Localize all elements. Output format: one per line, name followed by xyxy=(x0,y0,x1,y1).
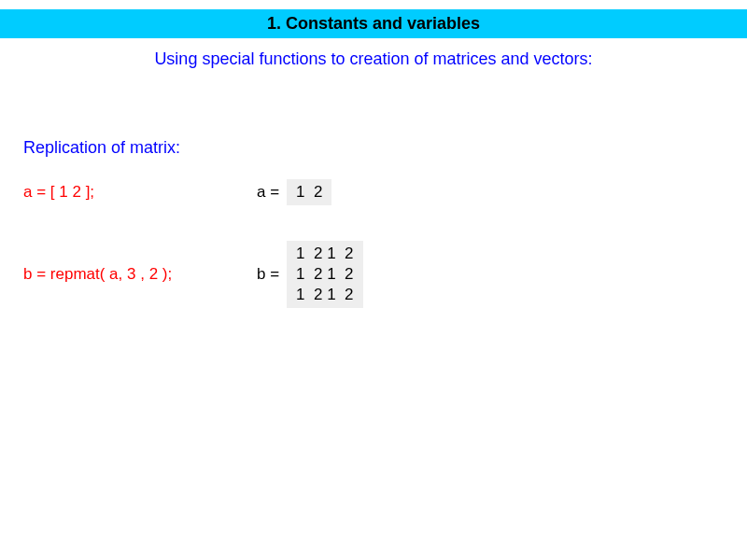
label-a: a = xyxy=(257,183,279,202)
example-row-b: b = repmat( a, 3 , 2 ); b = 1 2 1 2 1 2 … xyxy=(23,241,363,308)
example-row-a: a = [ 1 2 ]; a = 1 2 xyxy=(23,179,331,205)
section-heading: Replication of matrix: xyxy=(23,138,180,158)
code-a: a = [ 1 2 ]; xyxy=(23,183,257,202)
code-b: b = repmat( a, 3 , 2 ); xyxy=(23,265,257,284)
slide-subtitle: Using special functions to creation of m… xyxy=(0,49,747,69)
matrix-b: 1 2 1 2 1 2 1 2 1 2 1 2 xyxy=(287,241,362,308)
label-b: b = xyxy=(257,265,279,284)
matrix-a: 1 2 xyxy=(287,179,331,205)
slide-title: 1. Constants and variables xyxy=(0,9,747,38)
